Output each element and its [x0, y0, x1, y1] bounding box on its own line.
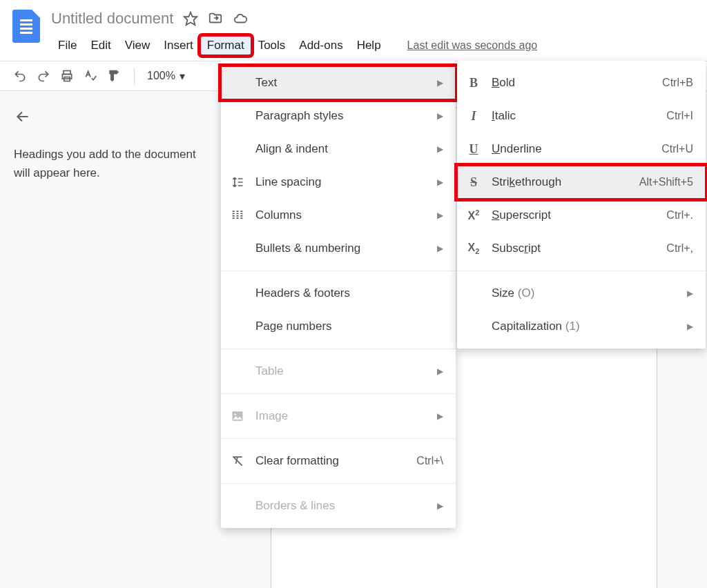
svg-rect-6 — [233, 215, 235, 217]
text-item-superscript[interactable]: X2SuperscriptCtrl+. — [457, 199, 706, 232]
svg-rect-11 — [236, 217, 238, 219]
menu-item-label: Borders & lines — [255, 499, 427, 513]
underline-glyph-icon: U — [465, 141, 482, 157]
menu-item-label: Paragraph styles — [255, 109, 427, 123]
outline-pane: Headings you add to the document will ap… — [0, 91, 221, 588]
svg-rect-10 — [236, 215, 238, 217]
spacer-icon — [229, 141, 246, 157]
undo-icon[interactable] — [12, 68, 28, 84]
text-item-capitalization[interactable]: Capitalization (1)▶ — [457, 310, 706, 343]
menu-insert[interactable]: Insert — [157, 36, 200, 55]
submenu-arrow-icon: ▶ — [687, 288, 693, 298]
submenu-arrow-icon: ▶ — [437, 501, 443, 511]
collapse-outline-icon[interactable] — [14, 108, 32, 126]
format-item-clear-formatting[interactable]: Clear formattingCtrl+\ — [221, 444, 456, 478]
menu-shortcut: Alt+Shift+5 — [639, 176, 693, 188]
italic-glyph-icon: I — [465, 108, 482, 124]
strikethrough-glyph-icon: S — [465, 174, 482, 190]
menu-item-label: Superscript — [492, 208, 657, 222]
line-spacing-icon — [229, 174, 246, 190]
redo-icon[interactable] — [36, 68, 51, 84]
menu-view[interactable]: View — [118, 36, 157, 55]
format-item-columns[interactable]: Columns▶ — [221, 199, 456, 232]
text-item-underline[interactable]: UUnderlineCtrl+U — [457, 133, 706, 166]
document-title[interactable]: Untitled document — [51, 10, 173, 28]
format-item-table: Table▶ — [221, 355, 456, 388]
menu-item-label: Table — [255, 364, 427, 378]
text-item-bold[interactable]: BBoldCtrl+B — [457, 66, 706, 99]
format-item-text[interactable]: Text▶ — [221, 66, 456, 99]
header: Untitled document FileEditViewInsertForm… — [0, 0, 707, 57]
text-item-italic[interactable]: IItalicCtrl+I — [457, 99, 706, 133]
menu-item-label: Subscript — [492, 242, 657, 255]
menu-shortcut: Ctrl+\ — [416, 455, 443, 467]
svg-rect-4 — [233, 210, 235, 212]
submenu-arrow-icon: ▶ — [437, 177, 443, 187]
menu-shortcut: Ctrl+. — [666, 209, 693, 222]
menu-format[interactable]: Format — [200, 36, 251, 55]
text-item-size[interactable]: Size (O)▶ — [457, 277, 706, 310]
svg-rect-13 — [240, 213, 242, 215]
menu-separator — [457, 271, 706, 271]
svg-rect-12 — [240, 210, 242, 212]
submenu-arrow-icon: ▶ — [687, 322, 693, 331]
cloud-status-icon[interactable] — [233, 11, 248, 26]
zoom-select[interactable]: 100% ▾ — [147, 70, 185, 83]
menu-edit[interactable]: Edit — [84, 36, 117, 55]
menu-help[interactable]: Help — [350, 36, 388, 55]
svg-rect-7 — [233, 217, 235, 219]
menu-item-label: Headers & footers — [255, 286, 443, 300]
spacer-icon — [229, 75, 246, 91]
move-folder-icon[interactable] — [208, 11, 223, 26]
menu-shortcut: Ctrl+U — [661, 143, 693, 155]
menu-item-label: Bullets & numbering — [255, 242, 427, 255]
format-item-bullets-numbering[interactable]: Bullets & numbering▶ — [221, 232, 456, 265]
paint-format-icon[interactable] — [106, 68, 122, 84]
menu-separator — [221, 438, 456, 439]
text-item-subscript[interactable]: X2SubscriptCtrl+, — [457, 232, 706, 265]
menu-item-label: Align & indent — [255, 142, 427, 156]
format-item-borders-lines: Borders & lines▶ — [221, 489, 456, 522]
text-item-strikethrough[interactable]: SStrikethroughAlt+Shift+5 — [457, 166, 706, 199]
menu-item-label: Text — [255, 76, 427, 90]
menu-add-ons[interactable]: Add-ons — [292, 36, 349, 55]
zoom-value: 100% — [147, 70, 175, 82]
menu-separator — [221, 349, 456, 349]
svg-rect-9 — [236, 213, 238, 215]
svg-rect-14 — [240, 215, 242, 217]
docs-logo-icon[interactable] — [12, 10, 40, 43]
menu-item-label: Clear formatting — [255, 454, 407, 468]
spellcheck-icon[interactable] — [83, 68, 98, 84]
spacer-icon — [229, 285, 246, 302]
svg-rect-5 — [233, 213, 235, 215]
submenu-arrow-icon: ▶ — [437, 144, 443, 154]
spacer-icon — [229, 363, 246, 380]
svg-rect-8 — [236, 210, 238, 212]
format-item-align-indent[interactable]: Align & indent▶ — [221, 133, 456, 166]
image-icon — [229, 408, 246, 424]
format-item-line-spacing[interactable]: Line spacing▶ — [221, 166, 456, 199]
submenu-arrow-icon: ▶ — [437, 111, 443, 121]
menu-item-label: Italic — [492, 109, 657, 123]
last-edit-link[interactable]: Last edit was seconds ago — [407, 39, 538, 52]
format-item-headers-footers[interactable]: Headers & footers — [221, 277, 456, 310]
outline-placeholder: Headings you add to the document will ap… — [14, 145, 207, 182]
submenu-arrow-icon: ▶ — [437, 210, 443, 220]
menu-item-label: Size (O) — [492, 286, 677, 300]
spacer-icon — [465, 318, 482, 335]
menu-item-label: Page numbers — [255, 320, 443, 333]
spacer-icon — [229, 318, 246, 335]
menu-item-label: Image — [255, 409, 427, 423]
format-item-paragraph-styles[interactable]: Paragraph styles▶ — [221, 99, 456, 133]
menu-item-label: Line spacing — [255, 175, 427, 189]
menu-item-label: Underline — [492, 142, 652, 156]
menu-shortcut: Ctrl+B — [662, 77, 693, 89]
menu-shortcut: Ctrl+I — [666, 110, 693, 122]
menu-item-label: Columns — [255, 208, 427, 222]
star-icon[interactable] — [183, 11, 198, 26]
spacer-icon — [465, 285, 482, 302]
menu-tools[interactable]: Tools — [251, 36, 293, 55]
print-icon[interactable] — [59, 68, 75, 84]
format-item-page-numbers[interactable]: Page numbers — [221, 310, 456, 343]
menu-file[interactable]: File — [51, 36, 84, 55]
